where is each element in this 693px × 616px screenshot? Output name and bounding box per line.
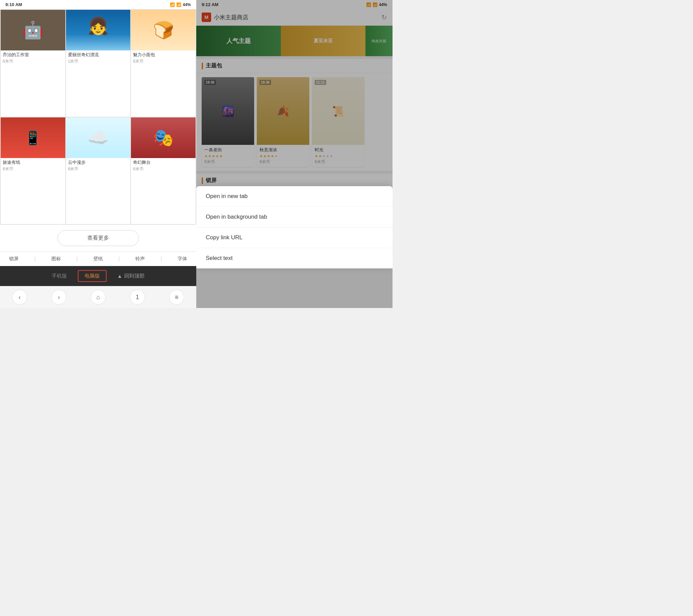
tab-icon[interactable]: 图标	[49, 256, 64, 262]
context-menu-item-background-tab[interactable]: Open in background tab	[196, 207, 393, 228]
right-panel: 9:12 AM 📶 📶 44% M 小米主题商店 ↻ 人气主题 夏至未至 纯友尚…	[196, 0, 393, 308]
theme-card-alice[interactable]: 爱丽丝奇幻漂流 1米币	[66, 10, 131, 117]
card-image-robot	[1, 10, 65, 51]
left-status-icons: 📶 📶 44%	[170, 2, 191, 7]
menu-button[interactable]: ≡	[169, 290, 184, 305]
battery-left: 44%	[183, 2, 191, 7]
theme-card-cloud[interactable]: 云中漫步 6米币	[66, 117, 131, 225]
theme-card-bread[interactable]: 魅力小面包 6米币	[131, 10, 196, 117]
context-menu-item-new-tab[interactable]: Open in new tab	[196, 186, 393, 207]
theme-card-robot[interactable]: 乔治的工作室 6米币	[1, 10, 65, 117]
card-title-stage: 奇幻舞台	[133, 159, 194, 166]
card-price-alice: 1米币	[68, 59, 128, 64]
home-button[interactable]: ⌂	[91, 290, 105, 305]
card-title-bread: 魅力小面包	[133, 52, 194, 58]
wifi-icon: 📶	[170, 2, 175, 7]
card-price-stage: 6米币	[133, 166, 194, 172]
tabs-button[interactable]: 1	[130, 290, 145, 305]
view-more-button[interactable]: 查看更多	[58, 230, 139, 246]
card-image-cloud	[66, 117, 131, 158]
card-info: 云中漫步 6米币	[66, 158, 131, 174]
signal-icon: 📶	[176, 2, 181, 7]
theme-card-travel[interactable]: 旅途有纸 6米币	[1, 117, 65, 225]
card-title-travel: 旅途有纸	[3, 159, 63, 166]
context-menu: Open in new tab Open in background tab C…	[196, 186, 393, 268]
back-to-top[interactable]: ▲ 回到顶部	[117, 273, 145, 279]
card-info: 乔治的工作室 6米币	[1, 51, 65, 66]
arrow-up-icon: ▲	[117, 273, 122, 279]
mobile-version[interactable]: 手机版	[52, 273, 67, 279]
theme-grid: 乔治的工作室 6米币 爱丽丝奇幻漂流 1米币 魅力小面包 6米币 旅途有纸	[0, 9, 196, 225]
tab-lock[interactable]: 锁屏	[6, 256, 21, 262]
context-menu-item-select-text[interactable]: Select text	[196, 248, 393, 268]
browser-nav: ‹ › ⌂ 1 ≡	[0, 286, 196, 308]
back-button[interactable]: ‹	[12, 290, 27, 305]
tab-wallpaper[interactable]: 壁纸	[91, 256, 105, 262]
tab-ringtone[interactable]: 铃声	[133, 256, 147, 262]
card-price-bread: 6米币	[133, 59, 194, 64]
card-info: 奇幻舞台 6米币	[131, 158, 196, 174]
left-time: 9:10 AM	[5, 2, 22, 7]
card-price-cloud: 6米币	[68, 166, 128, 172]
left-panel: 9:10 AM 📶 📶 44% 乔治的工作室 6米币 爱丽丝奇幻漂流 1米币	[0, 0, 196, 308]
card-image-bread	[131, 10, 196, 51]
bottom-tabs: 锁屏 | 图标 | 壁纸 | 铃声 | 字体	[0, 251, 196, 266]
card-image-stage	[131, 117, 196, 158]
tab-font[interactable]: 字体	[175, 256, 190, 262]
desktop-version[interactable]: 电脑版	[78, 270, 106, 282]
version-bar: 手机版 电脑版 ▲ 回到顶部	[0, 266, 196, 286]
card-info: 旅途有纸 6米币	[1, 158, 65, 174]
card-price-travel: 6米币	[3, 166, 63, 172]
card-image-travel	[1, 117, 65, 158]
forward-button[interactable]: ›	[52, 290, 66, 305]
theme-card-stage[interactable]: 奇幻舞台 6米币	[131, 117, 196, 225]
card-title-cloud: 云中漫步	[68, 159, 128, 166]
card-image-alice	[66, 10, 131, 51]
left-status-bar: 9:10 AM 📶 📶 44%	[0, 0, 196, 9]
card-info: 魅力小面包 6米币	[131, 51, 196, 66]
card-info: 爱丽丝奇幻漂流 1米币	[66, 51, 131, 66]
card-title-robot: 乔治的工作室	[3, 52, 63, 58]
card-title-alice: 爱丽丝奇幻漂流	[68, 52, 128, 58]
card-price-robot: 6米币	[3, 59, 63, 64]
context-menu-item-copy-url[interactable]: Copy link URL	[196, 228, 393, 248]
